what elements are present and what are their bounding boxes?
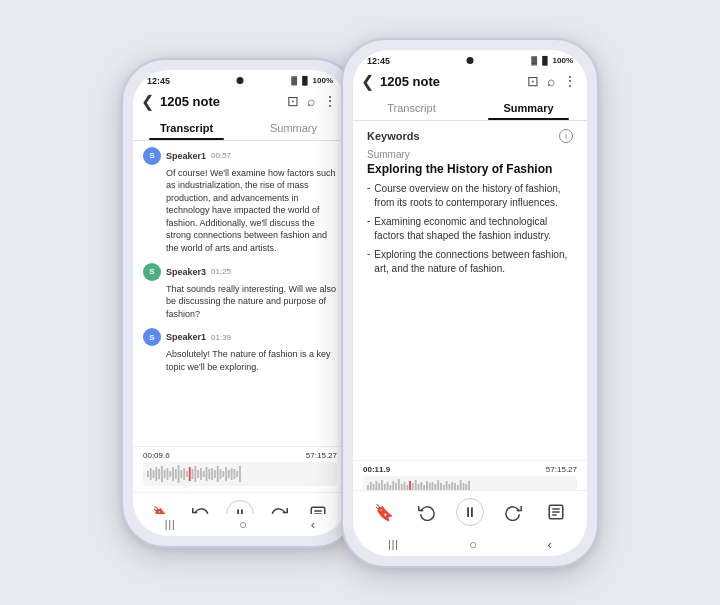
nav-menu-left[interactable]: ||| <box>165 519 176 530</box>
summary-title: Exploring the History of Fashion <box>367 162 573 176</box>
waveform-svg-left <box>147 463 333 485</box>
speaker-name-1b: Speaker1 <box>166 332 206 342</box>
tabs-left: Transcript Summary <box>133 115 347 141</box>
svg-rect-16 <box>192 469 194 479</box>
svg-rect-14 <box>186 471 188 477</box>
audio-time-row-right: 00:11.9 57:15.27 <box>363 465 577 474</box>
tabs-right: Transcript Summary <box>353 95 587 121</box>
search-icon-right[interactable]: ⌕ <box>547 73 555 89</box>
svg-rect-17 <box>194 466 196 482</box>
battery-right: 100% <box>553 56 573 65</box>
more-icon-left[interactable]: ⋮ <box>323 93 337 109</box>
summary-item-3: - Exploring the connections between fash… <box>367 248 573 276</box>
camera-dot-left <box>237 77 244 84</box>
svg-rect-22 <box>208 469 210 479</box>
status-time-left: 12:45 <box>147 76 170 86</box>
signal-icon: ▐▌ <box>299 76 310 85</box>
svg-rect-28 <box>225 467 227 481</box>
nav-home-left[interactable]: ○ <box>239 517 247 532</box>
svg-rect-4 <box>158 469 160 479</box>
camera-dot-right <box>467 57 474 64</box>
svg-rect-31 <box>233 469 235 479</box>
signal-icon-right: ▐▌ <box>539 56 550 65</box>
nav-home-right[interactable]: ○ <box>469 537 477 552</box>
total-time-left: 57:15.27 <box>306 451 337 460</box>
current-time-left: 00:09.6 <box>143 451 170 460</box>
nav-menu-right[interactable]: ||| <box>388 539 399 550</box>
svg-rect-27 <box>222 471 224 477</box>
svg-rect-26 <box>220 469 222 479</box>
summary-item-2: - Examining economic and technological f… <box>367 215 573 243</box>
rewind-button-right[interactable] <box>413 498 441 526</box>
back-button-left[interactable]: ❮ <box>141 92 154 111</box>
nav-back-right[interactable]: ‹ <box>547 537 551 552</box>
speaker-text-3: That sounds really interesting. Will we … <box>143 283 337 321</box>
svg-rect-2 <box>153 470 155 478</box>
battery-left: 100% <box>313 76 333 85</box>
svg-rect-5 <box>161 466 163 482</box>
pause-button-right[interactable]: ⏸ <box>456 498 484 526</box>
keywords-label: Keywords <box>367 130 420 142</box>
status-bar-left: 12:45 ▓ ▐▌ 100% <box>133 70 347 88</box>
tab-summary-right[interactable]: Summary <box>470 95 587 120</box>
search-icon-left[interactable]: ⌕ <box>307 93 315 109</box>
player-controls-right: 🔖 ⏸ <box>353 490 587 534</box>
header-title-right: 1205 note <box>380 74 523 89</box>
bottom-nav-left: ||| ○ ‹ <box>133 514 347 536</box>
header-icons-left: ⊡ ⌕ ⋮ <box>287 93 337 109</box>
back-button-right[interactable]: ❮ <box>361 72 374 91</box>
svg-rect-12 <box>180 470 182 478</box>
svg-rect-33 <box>239 466 241 482</box>
current-time-right: 00:11.9 <box>363 465 390 474</box>
tab-transcript-right[interactable]: Transcript <box>353 95 470 120</box>
speaker-text-1b: Absolutely! The nature of fashion is a k… <box>143 348 337 373</box>
waveform-left[interactable] <box>143 462 337 486</box>
share-icon-left[interactable]: ⊡ <box>287 93 299 109</box>
share-icon-right[interactable]: ⊡ <box>527 73 539 89</box>
total-time-right: 57:15.27 <box>546 465 577 474</box>
svg-rect-32 <box>236 471 238 477</box>
wifi-icon-right: ▓ <box>531 56 537 65</box>
app-header-left: ❮ 1205 note ⊡ ⌕ ⋮ <box>133 88 347 115</box>
svg-rect-6 <box>164 470 166 478</box>
summary-item-text-1: Course overview on the history of fashio… <box>374 182 573 210</box>
phones-container: 12:45 ▓ ▐▌ 100% ❮ 1205 note ⊡ ⌕ ⋮ <box>121 38 599 568</box>
app-header-right: ❮ 1205 note ⊡ ⌕ ⋮ <box>353 68 587 95</box>
phone-right-screen: 12:45 ▓ ▐▌ 100% ❮ 1205 note ⊡ ⌕ ⋮ <box>353 50 587 556</box>
info-icon[interactable]: i <box>559 129 573 143</box>
speaker-row-1: S Speaker1 00:57 <box>143 147 337 165</box>
bookmark-button-right[interactable]: 🔖 <box>370 498 398 526</box>
svg-rect-1 <box>150 468 152 480</box>
speaker-name-1: Speaker1 <box>166 151 206 161</box>
status-bar-right: 12:45 ▓ ▐▌ 100% <box>353 50 587 68</box>
audio-time-row-left: 00:09.6 57:15.27 <box>143 451 337 460</box>
svg-rect-20 <box>203 471 205 477</box>
nav-back-left[interactable]: ‹ <box>311 517 315 532</box>
phone-right: 12:45 ▓ ▐▌ 100% ❮ 1205 note ⊡ ⌕ ⋮ <box>341 38 599 568</box>
speaker-time-3: 01:25 <box>211 267 231 276</box>
svg-rect-7 <box>167 468 169 480</box>
forward-button-right[interactable] <box>499 498 527 526</box>
summary-item-text-2: Examining economic and technological fac… <box>374 215 573 243</box>
avatar-speaker1: S <box>143 147 161 165</box>
speaker-block-3: S Speaker3 01:25 That sounds really inte… <box>143 263 337 321</box>
svg-rect-21 <box>206 467 208 481</box>
svg-rect-24 <box>214 470 216 478</box>
phone-left: 12:45 ▓ ▐▌ 100% ❮ 1205 note ⊡ ⌕ ⋮ <box>121 58 359 548</box>
more-icon-right[interactable]: ⋮ <box>563 73 577 89</box>
transcript-button-right[interactable] <box>542 498 570 526</box>
header-icons-right: ⊡ ⌕ ⋮ <box>527 73 577 89</box>
speaker-block-1b: S Speaker1 01:39 Absolutely! The nature … <box>143 328 337 373</box>
svg-rect-25 <box>217 466 219 482</box>
speaker-block-1: S Speaker1 00:57 Of course! We'll examin… <box>143 147 337 255</box>
svg-rect-18 <box>197 470 199 478</box>
tab-transcript-left[interactable]: Transcript <box>133 115 240 140</box>
avatar-speaker3: S <box>143 263 161 281</box>
svg-rect-29 <box>228 470 230 478</box>
svg-rect-13 <box>183 468 185 480</box>
status-icons-right: ▓ ▐▌ 100% <box>531 56 573 65</box>
summary-item-text-3: Exploring the connections between fashio… <box>374 248 573 276</box>
tab-summary-left[interactable]: Summary <box>240 115 347 140</box>
speaker-row-1b: S Speaker1 01:39 <box>143 328 337 346</box>
status-time-right: 12:45 <box>367 56 390 66</box>
